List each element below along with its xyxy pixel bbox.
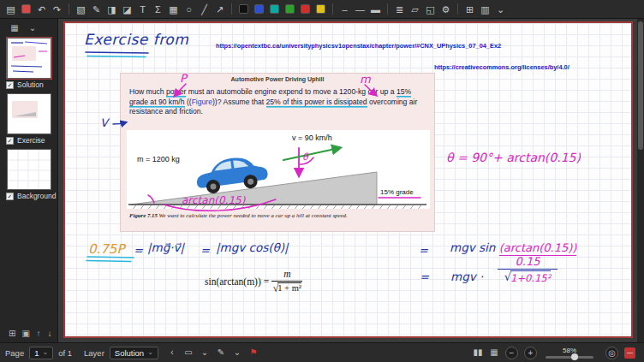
zoom-reset-button[interactable]: ◎ <box>605 347 618 359</box>
figure-caption-lead: Figure 7.15 <box>129 212 158 218</box>
undo-icon[interactable]: ↶ <box>34 3 49 16</box>
page-spinner-caret-icon[interactable]: ⌄ <box>42 349 48 356</box>
zoom-out-button[interactable]: − <box>505 347 518 359</box>
license-url-link[interactable]: https://creativecommons.org/licenses/by/… <box>434 63 569 71</box>
more-tools-caret-icon[interactable]: ⌄ <box>493 3 508 16</box>
figure-link[interactable]: Figure <box>192 98 212 106</box>
shape-tool-icon[interactable]: ○ <box>182 3 196 16</box>
layer-row-solution[interactable]: ✓ Solution <box>0 80 57 91</box>
add-layer-icon[interactable]: ⊞ <box>9 328 15 339</box>
document-page[interactable]: Exercise from https://opentextbc.ca/univ… <box>63 21 633 338</box>
annotation-power-pointer: P <box>180 72 187 85</box>
color-blue-swatch[interactable] <box>254 4 264 14</box>
zoom-control[interactable]: 58% <box>545 347 594 359</box>
toolbar-separator <box>457 3 458 15</box>
color-yellow-swatch[interactable] <box>316 4 325 14</box>
problem-text-segment: grade at 90 km/h <box>129 98 185 106</box>
preview-dropdown-icon[interactable]: ⌄ <box>27 22 39 33</box>
note-app-window: ▤↶↷▧✎◨◪TΣ▦○╱↗–—▬≣▱◱⚙⊞▥⌄ ▦⌄ ✓ Solution <box>0 0 644 362</box>
layer-thumbnail-solution[interactable] <box>7 38 51 79</box>
preview-pane-icon[interactable]: ▦ <box>9 22 21 33</box>
redo-icon[interactable]: ↷ <box>50 3 64 16</box>
thickness-thick-icon[interactable]: ▬ <box>368 3 383 16</box>
annotation-arctan-label: arctan(0.15) <box>182 194 245 206</box>
layer-dropdown-caret-icon[interactable]: ⌄ <box>147 349 153 356</box>
collapse-handle-icon[interactable]: ‹ <box>167 347 177 359</box>
main-toolbar: ▤↶↷▧✎◨◪TΣ▦○╱↗–—▬≣▱◱⚙⊞▥⌄ <box>0 0 644 19</box>
layer-thumbnail-background[interactable] <box>7 149 51 190</box>
mass-label: m = 1200 kg <box>137 155 180 163</box>
layer-dropdown[interactable]: Solution ⌄ <box>110 347 158 359</box>
scrollbar-handle[interactable] <box>638 21 643 150</box>
statusbar-left-icons: ‹▭⌄✎⌄⚑ <box>167 347 259 359</box>
statusbar-right-icons: ▮▮▦−+ <box>473 347 537 359</box>
vertical-scrollbar[interactable] <box>637 19 644 342</box>
settings-icon[interactable]: ⚙ <box>438 3 453 16</box>
page-template-icon[interactable]: ▥ <box>478 3 492 16</box>
annotation-fraction: 0.15 √ 1+0.15² <box>498 255 558 284</box>
layer-visibility-checkbox-background[interactable]: ✓ <box>6 193 14 200</box>
layer-dropdown-value: Solution <box>115 348 144 358</box>
zoom-slider[interactable] <box>546 356 593 359</box>
grade-label: 15% grade <box>380 188 414 196</box>
active-color-swatch[interactable] <box>21 4 31 14</box>
highlighter-tool-icon[interactable]: ◨ <box>104 3 119 16</box>
thickness-fine-icon[interactable]: – <box>337 3 352 16</box>
sidebar-top-icons: ▦⌄ <box>3 21 57 35</box>
color-black-swatch[interactable] <box>239 4 248 14</box>
page-number-input[interactable]: 1 ⌄ <box>29 347 53 359</box>
selection-box-icon[interactable]: ▭ <box>183 347 194 359</box>
grid-snap-icon[interactable]: ≣ <box>392 3 407 16</box>
move-layer-down-icon[interactable]: ↓ <box>47 328 52 339</box>
shape-recognizer-icon[interactable]: ▱ <box>408 3 422 16</box>
problem-image[interactable]: Automotive Power Driving Uphill How much… <box>120 73 435 232</box>
exercise-thumbnail-preview <box>8 94 51 134</box>
thickness-medium-icon[interactable]: — <box>353 3 367 16</box>
toolbar-separator <box>69 3 69 15</box>
color-teal-swatch[interactable] <box>270 4 279 14</box>
canvas-area[interactable]: Exercise from https://opentextbc.ca/univ… <box>58 19 644 342</box>
image-tool-icon[interactable]: ▦ <box>166 3 181 16</box>
problem-text-segment: 15% <box>397 87 411 96</box>
fraction-numerator: 0.15 <box>516 255 540 268</box>
pen-caret-icon[interactable]: ⌄ <box>232 347 242 359</box>
select-tool-icon[interactable]: ▧ <box>74 3 88 16</box>
source-url-link[interactable]: https://opentextbc.ca/universityphysicsv… <box>216 42 501 50</box>
color-green-swatch[interactable] <box>285 4 295 14</box>
duplicate-layer-icon[interactable]: ▣ <box>21 328 29 339</box>
fraction-denominator: 1+0.15² <box>510 270 551 284</box>
problem-title: Automotive Power Driving Uphill <box>121 74 434 82</box>
grid-view-icon[interactable]: ▦ <box>489 347 499 359</box>
fullscreen-icon[interactable]: ◱ <box>423 3 438 16</box>
math-tex-tool-icon[interactable]: Σ <box>151 3 165 16</box>
layer-row-background[interactable]: ✓ Background <box>0 191 57 202</box>
layer-label-solution: Solution <box>17 80 44 89</box>
page-count-label: of 1 <box>58 348 72 358</box>
zoom-in-button[interactable]: + <box>524 347 537 359</box>
zoom-slider-handle[interactable] <box>571 353 578 360</box>
dual-page-view-icon[interactable]: ▮▮ <box>473 347 483 359</box>
layer-row-exercise[interactable]: ✓ Exercise <box>0 135 57 146</box>
move-layer-up-icon[interactable]: ↑ <box>36 328 41 339</box>
main-area: ▦⌄ ✓ Solution <box>0 19 644 342</box>
figure-caption: Figure 7.15 We want to calculate the pow… <box>129 212 427 218</box>
add-page-icon[interactable]: ⊞ <box>462 3 477 16</box>
arrow-tool-icon[interactable]: ↗ <box>212 3 227 16</box>
selection-caret-icon[interactable]: ⌄ <box>200 347 210 359</box>
layer-visibility-checkbox-solution[interactable]: ✓ <box>6 81 14 89</box>
toolbar-separator <box>231 3 232 15</box>
eraser-tool-icon[interactable]: ◪ <box>120 3 134 16</box>
sidebar-toggle-icon[interactable]: ▤ <box>3 3 18 16</box>
line-tool-icon[interactable]: ╱ <box>197 3 212 16</box>
alert-flag-icon[interactable]: ⚑ <box>248 347 259 359</box>
layer-selector-label: Layer <box>84 348 104 358</box>
recording-indicator[interactable]: — <box>624 347 635 359</box>
pen-tool-icon[interactable]: ✎ <box>89 3 104 16</box>
text-tool-icon[interactable]: T <box>135 3 150 16</box>
latex-identity-formula[interactable]: sin(arctan(m)) = m √ 1 + m² <box>205 269 302 295</box>
layer-label-exercise: Exercise <box>17 136 45 145</box>
pen-quick-icon[interactable]: ✎ <box>216 347 226 359</box>
layer-thumbnail-exercise[interactable] <box>7 93 51 134</box>
layer-visibility-checkbox-exercise[interactable]: ✓ <box>6 137 14 145</box>
color-red-swatch[interactable] <box>301 4 310 14</box>
